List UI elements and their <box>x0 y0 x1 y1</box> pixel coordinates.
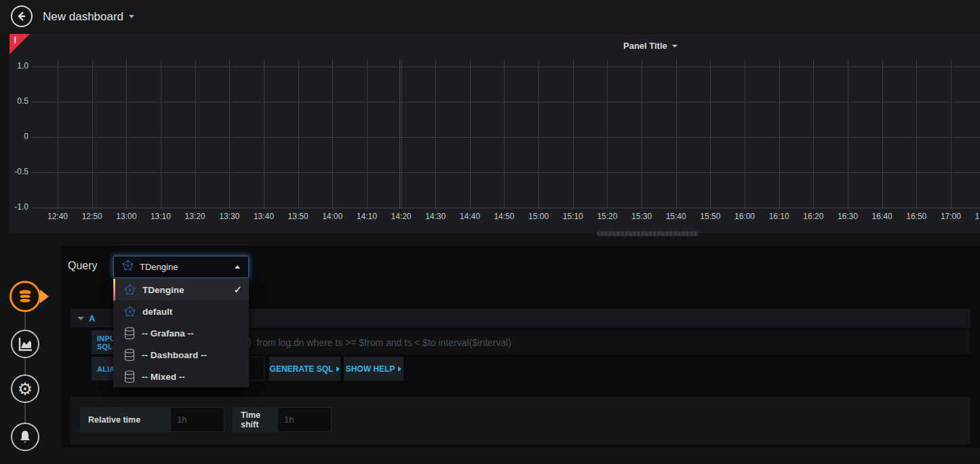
tab-queries[interactable] <box>9 281 41 312</box>
x-tick-label: 13:10 <box>146 212 176 221</box>
datasource-option-label: -- Grafana -- <box>142 328 194 339</box>
gridline-vertical <box>298 60 299 209</box>
time-options-panel: Relative time Time shift <box>71 397 971 444</box>
gridline-vertical <box>504 60 505 209</box>
gridline-vertical <box>573 60 574 209</box>
gridline-vertical <box>58 60 58 209</box>
y-tick-label: 1.0 <box>9 61 28 71</box>
database-icon <box>124 327 135 340</box>
datasource-option-label: default <box>142 307 172 317</box>
error-exclamation: ! <box>14 35 17 45</box>
gridline-horizontal <box>32 137 980 138</box>
x-tick-label: 13:30 <box>214 212 244 221</box>
query-section-label: Query <box>68 260 98 272</box>
tab-alert[interactable] <box>11 423 39 451</box>
time-shift-field[interactable] <box>277 407 332 432</box>
gridline-vertical <box>951 60 952 209</box>
gridline-horizontal <box>32 208 980 208</box>
x-tick-label: 17:00 <box>936 212 966 221</box>
horizontal-scrollbar-thumb[interactable] <box>597 231 699 236</box>
show-help-button[interactable]: SHOW HELP <box>344 357 404 381</box>
x-tick-label: 15:50 <box>695 212 725 221</box>
x-tick-label: 13:40 <box>249 212 279 221</box>
panel-title-menu[interactable]: Panel Title <box>623 41 678 51</box>
datasource-option-grafana[interactable]: -- Grafana -- <box>113 322 249 344</box>
datasource-option-mixed[interactable]: -- Mixed -- <box>113 366 249 387</box>
gear-icon: ⚙ <box>18 381 33 398</box>
y-tick-label: -1.0 <box>9 202 28 212</box>
datasource-selected-value: TDengine <box>140 262 229 272</box>
x-tick-label: 14:50 <box>489 212 519 221</box>
tab-general[interactable]: ⚙ <box>11 374 39 403</box>
x-tick-label: 15:10 <box>558 212 588 221</box>
tdengine-star-icon <box>124 306 136 317</box>
x-tick-label: 13:00 <box>111 212 141 221</box>
arrow-left-icon <box>16 11 27 22</box>
x-tick-label: 14:40 <box>455 212 485 221</box>
dashboard-title: New dashboard <box>43 10 123 24</box>
arrow-right-icon <box>336 366 340 372</box>
chevron-down-icon <box>129 15 134 18</box>
query-ref-id: A <box>89 313 95 324</box>
gridline-vertical <box>642 60 642 209</box>
tab-connector-line <box>24 296 26 437</box>
gridline-vertical <box>435 60 436 209</box>
check-icon: ✓ <box>233 284 242 296</box>
y-tick-label: 0.5 <box>9 96 28 106</box>
gridline-vertical <box>401 60 402 209</box>
x-tick-label: 16:50 <box>901 212 931 221</box>
x-tick-label: 17:10 <box>971 212 980 221</box>
chart-icon <box>17 336 33 352</box>
gridline-vertical <box>229 60 230 209</box>
gridline-vertical <box>916 60 917 209</box>
x-tick-label: 15:20 <box>592 212 622 221</box>
relative-time-label: Relative time <box>80 407 170 432</box>
gridline-vertical <box>745 60 745 209</box>
gridline-vertical <box>264 60 264 209</box>
datasource-select[interactable]: TDengine <box>113 256 249 278</box>
input-sql-field[interactable] <box>139 330 971 354</box>
arrow-right-icon <box>398 366 401 372</box>
datasource-option-default[interactable]: default <box>113 301 249 322</box>
x-tick-label: 14:00 <box>317 212 347 221</box>
gridline-vertical <box>161 60 161 209</box>
datasource-dropdown-menu: TDengine✓default-- Grafana ---- Dashboar… <box>113 279 249 387</box>
database-icon <box>124 370 135 383</box>
tdengine-star-icon <box>124 284 136 296</box>
gridline-horizontal <box>32 66 980 67</box>
time-shift-label: Time shift <box>233 407 277 432</box>
tab-visualization[interactable] <box>11 330 39 358</box>
gridline-vertical <box>92 60 93 209</box>
x-tick-label: 14:20 <box>387 212 416 221</box>
database-icon <box>124 349 135 362</box>
back-button[interactable] <box>11 5 33 27</box>
x-tick-label: 15:00 <box>524 212 553 221</box>
panel-title: Panel Title <box>623 41 667 51</box>
gridline-horizontal <box>32 102 980 102</box>
datasource-option-tdengine[interactable]: TDengine✓ <box>113 279 249 301</box>
generate-sql-button[interactable]: GENERATE SQL <box>269 357 340 381</box>
collapse-caret-icon <box>77 317 84 320</box>
gridline-vertical <box>195 60 196 209</box>
database-icon <box>16 288 34 305</box>
bell-icon <box>17 429 33 445</box>
top-navbar: New dashboard <box>0 0 980 33</box>
gridline-vertical <box>367 60 368 209</box>
relative-time-field[interactable] <box>170 407 224 432</box>
generate-sql-label: GENERATE SQL <box>270 364 334 374</box>
active-tab-pointer <box>40 290 49 303</box>
gridline-vertical <box>607 60 608 209</box>
x-tick-label: 16:00 <box>730 212 760 221</box>
x-tick-label: 14:30 <box>420 212 450 221</box>
x-tick-label: 13:20 <box>180 212 210 221</box>
chevron-up-icon <box>235 265 240 269</box>
datasource-option-dashboard[interactable]: -- Dashboard -- <box>113 344 249 366</box>
x-tick-label: 16:10 <box>764 212 794 221</box>
panel-error-corner[interactable]: ! <box>9 34 30 54</box>
datasource-option-label: -- Dashboard -- <box>142 350 207 360</box>
gridline-vertical <box>710 60 711 209</box>
x-tick-label: 15:30 <box>627 212 656 221</box>
dashboard-title-dropdown[interactable]: New dashboard <box>43 0 134 33</box>
gridline-vertical <box>813 60 814 209</box>
graph-panel: ! Panel Title 1.00.50-0.5-1.012:4012:501… <box>9 34 980 233</box>
